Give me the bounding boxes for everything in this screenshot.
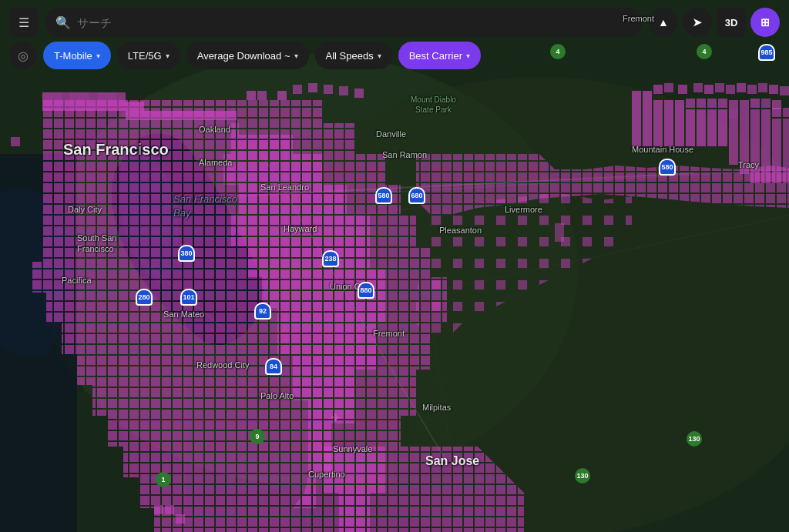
menu-button[interactable]: ☰ xyxy=(9,8,39,37)
svg-rect-148 xyxy=(772,137,781,146)
svg-rect-164 xyxy=(761,165,771,174)
svg-rect-62 xyxy=(632,91,641,100)
lte5g-chevron: ▾ xyxy=(166,52,170,60)
svg-rect-133 xyxy=(772,128,781,137)
svg-rect-77 xyxy=(643,100,652,109)
navigate-icon: ➤ xyxy=(693,16,702,28)
svg-rect-111 xyxy=(697,119,706,128)
layers-button[interactable]: ⊞ xyxy=(750,8,780,37)
svg-rect-104 xyxy=(783,108,789,117)
avgdownload-label: Average Download ~ xyxy=(197,50,290,62)
svg-rect-54 xyxy=(247,91,256,100)
svg-rect-81 xyxy=(686,99,695,108)
svg-rect-140 xyxy=(686,137,695,146)
search-input[interactable] xyxy=(77,16,632,29)
svg-rect-90 xyxy=(632,109,641,119)
svg-rect-146 xyxy=(750,137,760,146)
svg-rect-112 xyxy=(707,119,717,128)
avgdownload-chevron: ▾ xyxy=(294,52,298,60)
menu-icon: ☰ xyxy=(18,15,29,30)
svg-rect-88 xyxy=(761,99,771,108)
lte5g-chip[interactable]: LTE/5G ▾ xyxy=(117,42,180,69)
svg-rect-56 xyxy=(277,91,287,100)
svg-rect-78 xyxy=(653,100,663,109)
svg-rect-64 xyxy=(653,85,663,94)
svg-rect-149 xyxy=(783,137,789,146)
svg-rect-165 xyxy=(772,165,781,174)
svg-rect-137 xyxy=(653,137,663,146)
filter-row: ◎ T-Mobile ▾ LTE/5G ▾ Average Download ~… xyxy=(0,42,789,69)
svg-rect-74 xyxy=(769,85,778,94)
svg-rect-128 xyxy=(718,128,727,137)
allspeeds-label: All Speeds xyxy=(326,50,374,62)
svg-rect-80 xyxy=(675,100,684,109)
svg-rect-150 xyxy=(729,146,738,156)
svg-rect-161 xyxy=(783,156,789,165)
svg-rect-66 xyxy=(678,85,687,94)
svg-rect-60 xyxy=(339,86,348,95)
svg-rect-162 xyxy=(740,165,749,174)
svg-rect-157 xyxy=(740,156,749,165)
svg-rect-117 xyxy=(761,119,771,128)
svg-rect-152 xyxy=(750,146,760,156)
svg-rect-175 xyxy=(154,505,163,514)
svg-rect-163 xyxy=(750,165,760,174)
svg-rect-58 xyxy=(308,83,317,92)
svg-rect-136 xyxy=(643,137,652,146)
filter-settings-button[interactable]: ◎ xyxy=(9,42,37,69)
svg-rect-109 xyxy=(675,119,684,128)
svg-rect-130 xyxy=(740,128,749,137)
svg-rect-135 xyxy=(632,137,641,146)
svg-rect-106 xyxy=(643,119,652,128)
svg-rect-102 xyxy=(761,109,771,119)
svg-rect-134 xyxy=(783,128,789,137)
svg-rect-138 xyxy=(664,137,673,146)
svg-rect-125 xyxy=(686,128,695,137)
svg-rect-96 xyxy=(697,109,706,119)
svg-rect-160 xyxy=(772,156,781,165)
svg-rect-73 xyxy=(758,83,767,92)
svg-rect-85 xyxy=(729,100,738,109)
bestcarrier-chevron: ▾ xyxy=(466,52,470,60)
svg-rect-176 xyxy=(165,505,174,514)
svg-rect-107 xyxy=(653,119,663,128)
svg-rect-114 xyxy=(729,119,738,128)
svg-rect-84 xyxy=(718,99,727,108)
allspeeds-chip[interactable]: All Speeds ▾ xyxy=(315,42,392,69)
svg-rect-69 xyxy=(715,83,724,92)
svg-rect-91 xyxy=(643,109,652,119)
map-controls: ▲ ➤ 3D ⊞ xyxy=(649,8,780,37)
3d-label: 3D xyxy=(725,17,738,28)
svg-rect-159 xyxy=(761,156,771,165)
svg-rect-122 xyxy=(653,128,663,137)
tmobile-label: T-Mobile xyxy=(54,50,92,62)
svg-rect-154 xyxy=(772,146,781,156)
svg-rect-172 xyxy=(555,223,564,233)
svg-rect-156 xyxy=(729,156,738,165)
svg-rect-144 xyxy=(729,137,738,146)
svg-rect-99 xyxy=(729,109,738,119)
svg-rect-93 xyxy=(664,109,673,119)
svg-rect-108 xyxy=(664,119,673,128)
search-icon: 🔍 xyxy=(55,15,71,30)
location-button[interactable]: ▲ xyxy=(649,8,678,37)
svg-rect-95 xyxy=(686,109,695,119)
svg-rect-139 xyxy=(675,137,684,146)
svg-rect-129 xyxy=(729,128,738,137)
svg-rect-124 xyxy=(675,128,684,137)
bestcarrier-chip[interactable]: Best Carrier ▾ xyxy=(398,42,481,69)
svg-rect-170 xyxy=(783,174,789,183)
svg-rect-97 xyxy=(707,109,717,119)
svg-rect-61 xyxy=(354,89,364,98)
search-box[interactable]: 🔍 xyxy=(45,8,643,37)
navigate-button[interactable]: ➤ xyxy=(683,8,712,37)
tmobile-chip[interactable]: T-Mobile ▾ xyxy=(43,42,111,69)
svg-rect-110 xyxy=(686,119,695,128)
svg-rect-105 xyxy=(632,119,641,128)
3d-button[interactable]: 3D xyxy=(717,8,746,37)
avgdownload-chip[interactable]: Average Download ~ ▾ xyxy=(186,42,309,69)
svg-rect-131 xyxy=(750,128,760,137)
svg-rect-169 xyxy=(772,174,781,183)
svg-rect-119 xyxy=(783,119,789,128)
search-row: ☰ 🔍 ▲ ➤ 3D ⊞ xyxy=(0,0,789,42)
